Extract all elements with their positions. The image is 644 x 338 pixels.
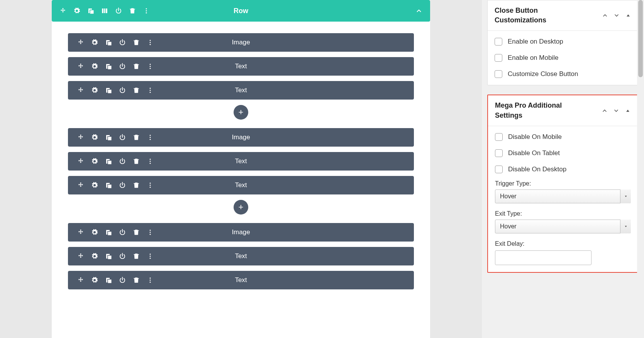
chevron-down-icon[interactable] [613,12,620,19]
power-icon[interactable] [119,63,126,70]
power-icon[interactable] [119,253,126,260]
trash-icon[interactable] [133,253,140,260]
power-icon[interactable] [119,182,126,189]
checkbox[interactable] [495,133,503,141]
move-icon[interactable] [77,87,84,94]
trash-icon[interactable] [133,277,140,284]
exit-delay-input[interactable] [495,250,591,265]
move-icon[interactable] [77,63,84,70]
copy-icon[interactable] [105,277,112,284]
gear-icon[interactable] [91,182,98,189]
more-icon[interactable] [147,158,154,165]
dropdown-arrow-icon[interactable] [620,189,631,203]
power-icon[interactable] [119,134,126,141]
gear-icon[interactable] [91,63,98,70]
power-icon[interactable] [119,87,126,94]
more-icon[interactable] [147,277,154,284]
checkbox-label: Disable On Desktop [508,166,566,173]
more-icon[interactable] [147,63,154,70]
module-block[interactable]: Text [68,271,414,289]
move-icon[interactable] [77,39,84,46]
module-block[interactable]: Text [68,247,414,265]
more-icon[interactable] [147,134,154,141]
checkbox-label: Enable on Mobile [508,54,558,62]
copy-icon[interactable] [105,182,112,189]
add-module-button[interactable]: + [234,105,248,120]
gear-icon[interactable] [73,7,80,14]
add-module-button[interactable]: + [234,200,248,215]
module-title: Image [232,39,250,46]
chevron-up-icon[interactable] [602,108,608,114]
checkbox[interactable] [495,166,503,173]
more-icon[interactable] [147,87,154,94]
power-icon[interactable] [119,158,126,165]
gear-icon[interactable] [91,39,98,46]
copy-icon[interactable] [105,253,112,260]
copy-icon[interactable] [105,39,112,46]
collapse-icon[interactable] [415,7,422,14]
gear-icon[interactable] [91,134,98,141]
power-icon[interactable] [119,229,126,236]
more-icon[interactable] [147,229,154,236]
triangle-up-icon[interactable] [625,108,631,114]
move-icon[interactable] [59,7,66,14]
columns-icon[interactable] [101,7,108,14]
trash-icon[interactable] [133,134,140,141]
power-icon[interactable] [119,39,126,46]
more-icon[interactable] [147,253,154,260]
copy-icon[interactable] [105,87,112,94]
module-block[interactable]: Image [68,128,414,147]
scrollbar-thumb[interactable] [638,0,643,77]
more-icon[interactable] [147,39,154,46]
checkbox[interactable] [495,54,502,62]
move-icon[interactable] [77,277,84,284]
module-title: Text [235,181,247,189]
copy-icon[interactable] [105,63,112,70]
more-icon[interactable] [147,182,154,189]
module-title: Text [235,86,247,94]
trash-icon[interactable] [133,229,140,236]
move-icon[interactable] [77,134,84,141]
chevron-down-icon[interactable] [613,108,619,114]
close-button-panel: Close Button Customizations Enable on De… [487,0,639,85]
exit-type-label: Exit Type: [495,210,631,217]
checkbox[interactable] [495,70,502,78]
trash-icon[interactable] [133,39,140,46]
row-header[interactable]: Row [52,0,430,22]
trash-icon[interactable] [133,182,140,189]
power-icon[interactable] [115,7,122,14]
module-block[interactable]: Text [68,152,414,171]
copy-icon[interactable] [105,158,112,165]
trigger-type-select[interactable]: Hover [495,189,631,203]
panel-title: Close Button Customizations [495,6,580,25]
move-icon[interactable] [77,229,84,236]
module-block[interactable]: Text [68,176,414,194]
chevron-up-icon[interactable] [602,12,608,19]
exit-type-select[interactable]: Hover [495,220,631,233]
move-icon[interactable] [77,182,84,189]
copy-icon[interactable] [87,7,94,14]
copy-icon[interactable] [105,134,112,141]
module-block[interactable]: Image [68,33,414,52]
move-icon[interactable] [77,158,84,165]
gear-icon[interactable] [91,87,98,94]
gear-icon[interactable] [91,158,98,165]
module-block[interactable]: Image [68,223,414,242]
trash-icon[interactable] [133,158,140,165]
gear-icon[interactable] [91,229,98,236]
move-icon[interactable] [77,253,84,260]
checkbox[interactable] [495,149,503,157]
checkbox[interactable] [495,38,502,46]
module-block[interactable]: Text [68,57,414,76]
dropdown-arrow-icon[interactable] [620,220,631,233]
triangle-up-icon[interactable] [625,12,631,19]
module-block[interactable]: Text [68,81,414,100]
power-icon[interactable] [119,277,126,284]
trash-icon[interactable] [129,7,136,14]
trash-icon[interactable] [133,63,140,70]
more-icon[interactable] [143,7,150,14]
gear-icon[interactable] [91,253,98,260]
gear-icon[interactable] [91,277,98,284]
copy-icon[interactable] [105,229,112,236]
trash-icon[interactable] [133,87,140,94]
